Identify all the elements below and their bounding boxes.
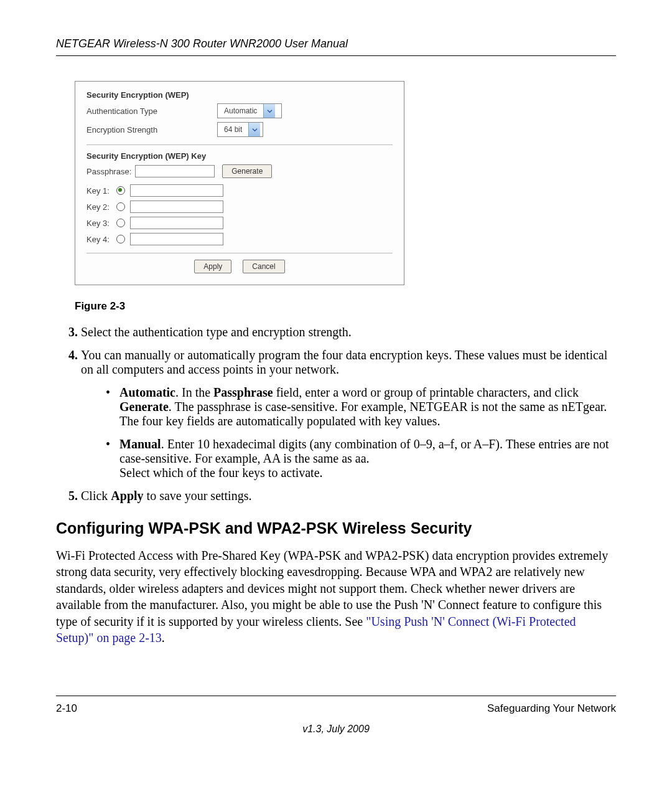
key4-input[interactable] [130,233,223,245]
key4-label: Key 4: [86,235,116,244]
key1-input[interactable] [130,184,223,197]
enc-strength-label: Encryption Strength [86,125,217,134]
auth-type-label: Authentication Type [86,106,217,116]
key1-label: Key 1: [86,186,116,196]
wep-section-title: Security Encryption (WEP) [86,90,393,100]
page-number: 2-10 [56,702,77,715]
key3-radio[interactable] [116,219,125,227]
key2-label: Key 2: [86,202,116,212]
wep-key-section-title: Security Encryption (WEP) Key [86,151,393,161]
step-5: Click Apply to save your settings. [81,489,616,503]
doc-version: v1.3, July 2009 [56,724,616,735]
passphrase-input[interactable] [135,165,215,177]
apply-button[interactable]: Apply [194,260,231,273]
enc-strength-value: 64 bit [218,125,248,134]
key3-input[interactable] [130,217,223,229]
figure-label: Figure 2-3 [75,300,616,313]
section-heading-wpa: Configuring WPA-PSK and WPA2-PSK Wireles… [56,519,616,537]
key2-radio[interactable] [116,202,125,211]
key2-input[interactable] [130,201,223,213]
auth-type-select[interactable]: Automatic [217,103,282,118]
auth-type-value: Automatic [218,106,263,115]
key1-radio[interactable] [116,186,125,195]
chevron-down-icon [248,123,260,136]
cancel-button[interactable]: Cancel [243,260,284,273]
step4-bullet-automatic: Automatic. In the Passphrase field, ente… [106,385,616,428]
key3-label: Key 3: [86,219,116,228]
enc-strength-select[interactable]: 64 bit [217,122,263,137]
chapter-title: Safeguarding Your Network [487,702,616,715]
step-4: You can manually or automatically progra… [81,348,616,480]
generate-button[interactable]: Generate [222,164,272,178]
step-3: Select the authentication type and encry… [81,325,616,339]
step4-bullet-manual: Manual. Enter 10 hexadecimal digits (any… [106,437,616,480]
key4-radio[interactable] [116,235,125,243]
figure-screenshot: Security Encryption (WEP) Authentication… [75,81,404,285]
passphrase-label: Passphrase: [86,167,131,176]
wpa-paragraph: Wi-Fi Protected Access with Pre-Shared K… [56,547,616,646]
doc-header: NETGEAR Wireless-N 300 Router WNR2000 Us… [56,37,616,56]
chevron-down-icon [263,104,275,118]
